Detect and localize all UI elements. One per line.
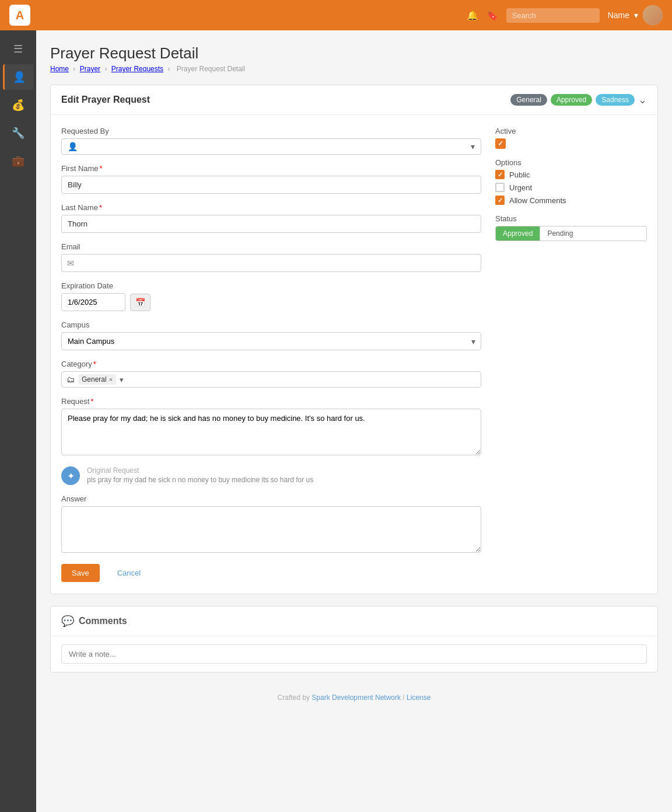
expiration-date-input[interactable] — [61, 293, 125, 311]
original-request-wrapper: ✦ Original Request pls pray for my dad h… — [61, 466, 481, 485]
active-group: Active — [495, 127, 647, 149]
original-request-label: Original Request — [87, 466, 313, 475]
user-dropdown-arrow: ▾ — [634, 11, 638, 20]
category-tag: General × — [78, 374, 116, 385]
options-group: Options Public Urgent — [495, 158, 647, 205]
public-checkbox[interactable] — [495, 170, 505, 179]
finance-icon: 💰 — [12, 99, 24, 111]
category-group: Category* 🗂 General × ▾ — [61, 360, 481, 388]
email-input-wrapper: ✉ — [61, 254, 481, 272]
sidebar-item-menu[interactable]: ☰ — [3, 36, 33, 62]
breadcrumb-prayer-requests[interactable]: Prayer Requests — [111, 65, 163, 73]
requested-by-group: Requested By 👤 ▾ — [61, 127, 481, 155]
status-approved-button[interactable]: Approved — [496, 226, 540, 241]
last-name-input[interactable] — [61, 215, 481, 233]
breadcrumb: Home › Prayer › Prayer Requests › Prayer… — [50, 65, 658, 73]
status-pending-button[interactable]: Pending — [540, 226, 580, 241]
badge-sadness: Sadness — [596, 94, 635, 106]
active-checkbox[interactable] — [495, 138, 506, 149]
sidebar-item-tools[interactable]: 🔧 — [3, 120, 33, 146]
email-label: Email — [61, 242, 481, 251]
avatar — [643, 5, 663, 25]
status-label: Status — [495, 214, 647, 223]
comments-icon: 💬 — [61, 615, 74, 628]
expiration-date-group: Expiration Date 📅 — [61, 281, 481, 311]
sidebar-item-person[interactable]: 👤 — [3, 64, 33, 90]
briefcase-icon: 💼 — [12, 155, 24, 168]
breadcrumb-sep2: › — [104, 65, 108, 73]
email-input[interactable] — [61, 254, 481, 272]
write-note-input[interactable] — [61, 644, 647, 664]
campus-select-wrapper: Main Campus North Campus South Campus — [61, 332, 481, 350]
save-button[interactable]: Save — [61, 564, 100, 582]
breadcrumb-sep1: › — [73, 65, 77, 73]
breadcrumb-home[interactable]: Home — [50, 65, 69, 73]
sidebar: ☰ 👤 💰 🔧 💼 — [0, 30, 36, 812]
first-name-group: First Name* — [61, 164, 481, 194]
allow-comments-checkbox[interactable] — [495, 196, 505, 205]
public-label: Public — [509, 170, 530, 179]
answer-textarea[interactable] — [61, 506, 481, 553]
card-body: Requested By 👤 ▾ First Name* — [51, 115, 657, 594]
sidebar-item-briefcase[interactable]: 💼 — [3, 148, 33, 174]
last-name-label: Last Name* — [61, 203, 481, 212]
allow-comments-checkbox-item: Allow Comments — [495, 196, 647, 205]
calendar-button[interactable]: 📅 — [130, 294, 150, 311]
allow-comments-label: Allow Comments — [509, 196, 566, 205]
footer-link-spark[interactable]: Spark Development Network — [312, 693, 401, 702]
main-content: Prayer Request Detail Home › Prayer › Pr… — [36, 30, 672, 812]
user-name-label: Name — [608, 11, 629, 20]
footer-link-license[interactable]: License — [407, 693, 430, 702]
answer-label: Answer — [61, 494, 481, 503]
menu-icon: ☰ — [13, 43, 23, 55]
badge-approved: Approved — [551, 94, 592, 106]
comments-title: Comments — [79, 616, 127, 626]
notification-icon[interactable]: 🔔 — [467, 10, 478, 21]
active-label: Active — [495, 127, 647, 135]
request-group: Request* Please pray for my dad; he is s… — [61, 397, 481, 457]
urgent-label: Urgent — [509, 183, 532, 192]
badge-general: General — [510, 94, 547, 106]
bookmark-icon[interactable]: 🔖 — [487, 10, 498, 21]
category-label: Category* — [61, 360, 481, 368]
app-logo[interactable]: A — [9, 5, 30, 26]
person-picker-icon: 👤 — [68, 142, 78, 151]
nav-icons: 🔔 🔖 Name ▾ — [467, 5, 663, 25]
answer-group: Answer — [61, 494, 481, 555]
footer-text: Crafted by — [278, 693, 310, 702]
search-input[interactable] — [506, 8, 600, 23]
request-textarea[interactable]: Please pray for my dad; he is sick and h… — [61, 409, 481, 455]
user-menu[interactable]: Name ▾ — [608, 5, 663, 25]
breadcrumb-prayer[interactable]: Prayer — [80, 65, 100, 73]
first-name-input[interactable] — [61, 176, 481, 194]
page-title: Prayer Request Detail — [50, 44, 658, 62]
category-tag-label: General — [82, 375, 107, 384]
comments-header: 💬 Comments — [51, 607, 657, 636]
email-group: Email ✉ — [61, 242, 481, 272]
status-toggle: Approved Pending — [495, 226, 647, 241]
ai-icon: ✦ — [61, 466, 80, 485]
original-request-content: Original Request pls pray for my dad he … — [87, 466, 313, 484]
public-checkbox-item: Public — [495, 170, 647, 179]
cancel-button[interactable]: Cancel — [107, 564, 151, 582]
request-label: Request* — [61, 397, 481, 406]
campus-group: Campus Main Campus North Campus South Ca… — [61, 320, 481, 350]
right-options-col: Active Options Public — [495, 127, 647, 582]
comments-card: 💬 Comments — [50, 606, 658, 672]
status-group: Status Approved Pending — [495, 214, 647, 241]
collapse-button[interactable]: ⌄ — [638, 93, 647, 106]
urgent-checkbox-item: Urgent — [495, 183, 647, 192]
person-picker[interactable]: 👤 ▾ — [61, 138, 481, 155]
urgent-checkbox[interactable] — [495, 183, 505, 192]
left-form-col: Requested By 👤 ▾ First Name* — [61, 127, 481, 582]
card-title: Edit Prayer Request — [61, 95, 150, 105]
action-buttons: Save Cancel — [61, 564, 481, 582]
category-tag-control[interactable]: 🗂 General × ▾ — [61, 371, 481, 388]
sidebar-item-finance[interactable]: 💰 — [3, 92, 33, 118]
category-dropdown-arrow[interactable]: ▾ — [120, 375, 124, 384]
card-header-badges: General Approved Sadness ⌄ — [510, 93, 647, 106]
comments-input-area — [51, 636, 657, 672]
campus-select[interactable]: Main Campus North Campus South Campus — [61, 332, 481, 350]
page-footer: Crafted by Spark Development Network / L… — [50, 684, 658, 711]
category-tag-remove[interactable]: × — [109, 376, 113, 383]
